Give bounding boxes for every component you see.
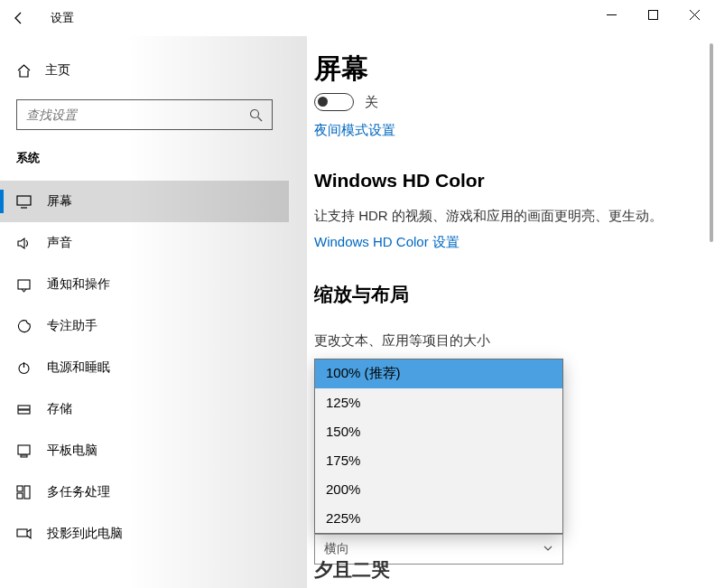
sidebar-item-label: 通知和操作 — [47, 276, 110, 293]
home-label: 主页 — [45, 62, 70, 79]
scrollbar-thumb[interactable] — [710, 43, 713, 242]
tablet-icon — [16, 443, 42, 459]
svg-rect-16 — [17, 529, 27, 537]
scale-option-3[interactable]: 175% — [315, 446, 562, 475]
next-section-peek: 夕且二哭 — [314, 557, 390, 583]
sidebar-item-label: 屏幕 — [47, 193, 72, 210]
sidebar-item-label: 声音 — [47, 235, 72, 251]
sidebar-item-7[interactable]: 多任务处理 — [0, 471, 289, 513]
svg-rect-15 — [24, 486, 30, 499]
sidebar-item-label: 多任务处理 — [47, 484, 110, 500]
content-area: 屏幕 关 夜间模式设置 Windows HD Color 让支持 HDR 的视频… — [307, 0, 715, 588]
home-icon — [16, 63, 42, 79]
search-icon — [246, 108, 265, 122]
project-icon — [16, 527, 42, 542]
toggle-off-label: 关 — [365, 94, 378, 111]
notifications-icon — [16, 277, 42, 293]
scale-dropdown: 100% (推荐)125%150%175%200%225% — [314, 359, 563, 534]
scale-section-title: 缩放与布局 — [314, 282, 715, 307]
hd-color-section-title: Windows HD Color — [314, 170, 715, 191]
page-title: 屏幕 — [314, 51, 715, 88]
svg-point-2 — [250, 109, 258, 117]
sidebar-item-label: 存储 — [47, 401, 72, 417]
night-light-toggle[interactable] — [314, 93, 354, 111]
night-light-toggle-row: 关 — [314, 93, 715, 111]
svg-rect-4 — [17, 196, 31, 205]
sidebar-item-label: 投影到此电脑 — [47, 526, 123, 542]
display-icon — [16, 194, 42, 210]
sidebar: 主页 系统 屏幕声音通知和操作专注助手电源和睡眠存储平板电脑多任务处理投影到此电… — [0, 43, 289, 588]
scale-option-2[interactable]: 150% — [315, 417, 562, 446]
sidebar-item-4[interactable]: 电源和睡眠 — [0, 347, 289, 388]
search-box[interactable] — [16, 99, 273, 130]
sidebar-item-8[interactable]: 投影到此电脑 — [0, 513, 289, 555]
hd-color-settings-link[interactable]: Windows HD Color 设置 — [314, 234, 460, 251]
svg-line-3 — [257, 117, 262, 121]
sidebar-nav-list: 屏幕声音通知和操作专注助手电源和睡眠存储平板电脑多任务处理投影到此电脑 — [0, 181, 289, 555]
orientation-value: 横向 — [324, 541, 349, 557]
scale-field-label: 更改文本、应用等项目的大小 — [314, 332, 715, 350]
search-input[interactable] — [26, 107, 246, 122]
chevron-down-icon — [543, 542, 553, 556]
power-icon — [16, 360, 42, 376]
svg-rect-11 — [18, 445, 30, 454]
scale-option-5[interactable]: 225% — [315, 504, 562, 533]
scale-option-4[interactable]: 200% — [315, 475, 562, 504]
sidebar-item-label: 专注助手 — [47, 318, 98, 334]
sidebar-item-6[interactable]: 平板电脑 — [0, 430, 289, 471]
back-button[interactable] — [0, 0, 38, 36]
focus-icon — [16, 319, 42, 334]
sidebar-item-label: 电源和睡眠 — [47, 359, 110, 376]
sidebar-item-label: 平板电脑 — [47, 443, 98, 459]
svg-rect-9 — [18, 406, 30, 409]
multitask-icon — [16, 485, 42, 500]
sound-icon — [16, 236, 42, 251]
sidebar-item-2[interactable]: 通知和操作 — [0, 264, 289, 305]
arrow-left-icon — [12, 11, 26, 25]
svg-rect-10 — [18, 410, 30, 414]
svg-rect-13 — [17, 486, 23, 491]
svg-rect-6 — [18, 280, 30, 289]
storage-icon — [16, 402, 42, 417]
sidebar-item-3[interactable]: 专注助手 — [0, 305, 289, 347]
scale-option-1[interactable]: 125% — [315, 388, 562, 417]
svg-rect-14 — [17, 493, 23, 499]
sidebar-item-1[interactable]: 声音 — [0, 222, 289, 264]
hd-color-section-desc: 让支持 HDR 的视频、游戏和应用的画面更明亮、更生动。 — [314, 206, 715, 227]
window-title: 设置 — [51, 10, 74, 26]
sidebar-section-header: 系统 — [0, 130, 289, 173]
sidebar-item-0[interactable]: 屏幕 — [0, 181, 289, 222]
scale-option-0[interactable]: 100% (推荐) — [315, 359, 562, 388]
night-light-settings-link[interactable]: 夜间模式设置 — [314, 122, 395, 139]
home-nav[interactable]: 主页 — [0, 52, 289, 89]
svg-rect-12 — [21, 455, 27, 457]
content-scrollbar[interactable] — [710, 43, 713, 583]
sidebar-item-5[interactable]: 存储 — [0, 388, 289, 430]
